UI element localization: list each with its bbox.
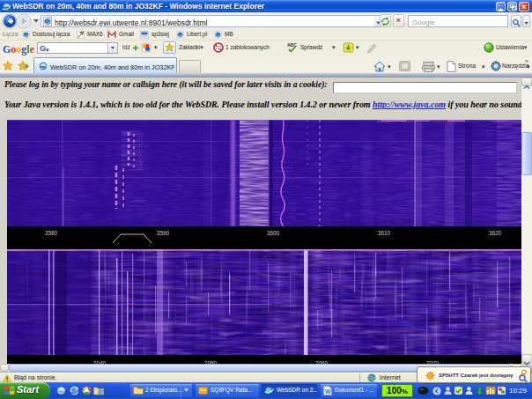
svg-text:W: W [325, 388, 331, 395]
svg-text:3610: 3610 [378, 230, 391, 236]
svg-text:3620: 3620 [489, 230, 502, 236]
svg-text:3580: 3580 [45, 230, 58, 236]
svg-text:3600: 3600 [267, 230, 280, 236]
svg-text:3590: 3590 [157, 230, 170, 236]
